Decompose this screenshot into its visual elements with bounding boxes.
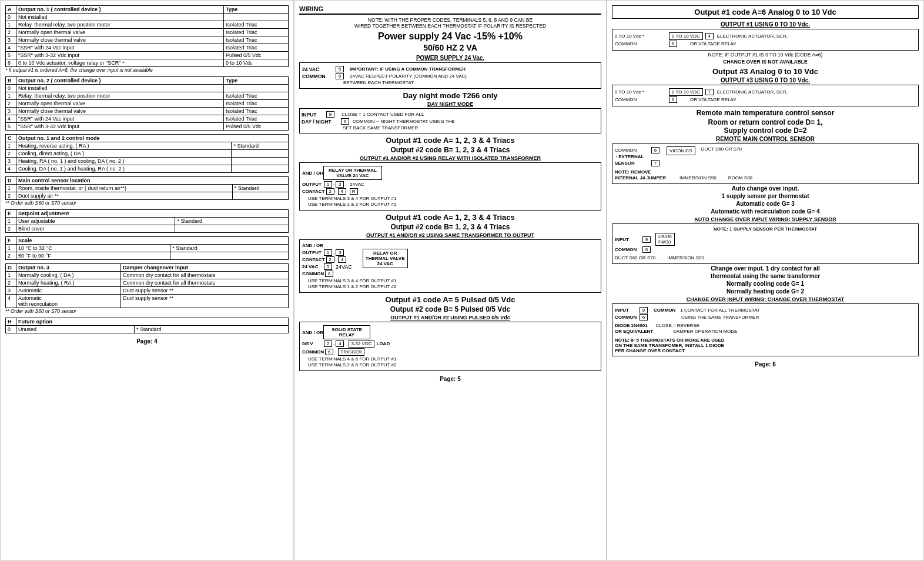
- page-6: Output #1 code A=6 Analog 0 to 10 Vdc OU…: [607, 0, 924, 561]
- terminal-5: 5: [336, 66, 344, 72]
- and-or-2: AND / OR: [302, 243, 323, 248]
- or-voltage: OR VOLTAGE RELAY: [690, 41, 736, 46]
- change-input1: Change over input. 1 dry contact for all: [612, 265, 919, 272]
- section-a-note: * If output #1 is ordered A=6, the chang…: [5, 67, 289, 73]
- to10-vdc-label-3: 0 TO 10 VDC: [669, 88, 703, 96]
- use-term46: USE TERMINALS 4 & 6 FOR OUTPUT #1: [302, 356, 598, 362]
- auto-change-title: AUTO CHANGE OVER INPUT WIRING: SUPPLY SE…: [612, 216, 919, 222]
- use-term26: USE TERMINALS 2 & 6 FOR OUTPUT #2: [302, 362, 598, 368]
- term-7-out3: 7: [705, 89, 714, 95]
- use-term12-1: USE TERMINALS 1 & 2 FOR OUTPUT #2: [302, 202, 598, 207]
- remote-title1: Remote main temperature control sensor: [612, 109, 919, 117]
- relay-box-2: RELAY ORTHERMAL VALVE24 VAC: [363, 249, 408, 268]
- term-7-rs: 7: [651, 160, 659, 166]
- vdc-range: 3-32 VDC: [349, 340, 374, 348]
- terminal-6: 6: [336, 73, 344, 79]
- output2-pulsed: Output #2 code B= 5 Pulsed 0/5 Vdc: [299, 305, 601, 313]
- or-voltage-3: OR VOLTAGE RELAY: [690, 97, 736, 102]
- remote-title2: Room or return control code D= 1,: [612, 118, 919, 126]
- viconics-box: VICONICS: [667, 146, 695, 155]
- common-arrow: COMMON→ NIGHT THERMOSTAT USING THE: [353, 119, 455, 124]
- diode-label: DIODE 1N4001: [615, 323, 648, 328]
- to10-range: 0 TO 10 Vdc *: [615, 34, 668, 39]
- relay-box-1: RELAY OR THERMALVALVE 24 VAC: [323, 166, 382, 180]
- output1-analog-diagram: 0 TO 10 Vdc * 0 TO 10 VDC 4 ELECTRONIC A…: [612, 29, 919, 51]
- input-lbl-ss: INPUT: [615, 237, 641, 242]
- term-4: 4: [338, 188, 346, 195]
- change-over-title: CHANGE OVER INPUT WIRING: CHANGE OVER TH…: [612, 296, 919, 302]
- daynight-label: DAY / NIGHT: [302, 119, 340, 125]
- important-text2: 24VAC RESPECT POLARITY (COMMON AND 24 VA…: [350, 74, 467, 79]
- normally-heating: Normally heating code G= 2: [612, 288, 919, 295]
- use-term34-1: USE TERMINALS 3 & 4 FOR OUTPUT #1: [302, 196, 598, 201]
- section-c: C Output no. 1 and 2 control mode 1Heati…: [5, 134, 289, 173]
- section-g-note: ** Order with S60 or S70 sensor: [5, 308, 289, 314]
- close-reverse: CLOSE = REVERSE: [656, 323, 699, 328]
- output-lbl2: OUTPUT: [302, 250, 323, 255]
- close-label: CLOSE = 1 CONTACT USED FOR ALL: [342, 112, 424, 117]
- wiring-title: WIRING: [299, 5, 601, 15]
- note-5therm3: PER CHANGE OVER CONTACT: [615, 348, 916, 353]
- term-2p: 2: [324, 340, 332, 347]
- term-1: 1: [324, 181, 332, 188]
- common-lbl-rs: COMMON: [615, 148, 650, 153]
- power-supply-title: POWER SUPPLY 24 Vac.: [299, 55, 601, 61]
- trigger-lbl: TRIGGER: [338, 348, 364, 356]
- use-term34-2: USE TERMINALS 3 & 4 FOR OUTPUT #1: [302, 278, 598, 283]
- output12-note: OUTPUT #1 AND/OR #2 USING RELAY WITH ISO…: [299, 155, 601, 161]
- output1-triacs: Output #1 code A= 1, 2, 3 & 4 Triacs: [299, 136, 601, 145]
- term-9-co: 9: [640, 307, 648, 313]
- power-hz: 50/60 HZ 2 VA: [299, 43, 601, 52]
- page-number-5: Page: 5: [299, 376, 601, 382]
- section-a: A Output no. 1 ( controlled device ) Typ…: [5, 5, 289, 73]
- damper-mode: DAMPER OPERATION MODE: [673, 329, 737, 334]
- common-lbl-out3: COMMON: [615, 97, 668, 102]
- output-lbl: OUTPUT: [302, 182, 323, 187]
- relay-diagram-1: AND / OR RELAY OR THERMALVALVE 24 VAC OU…: [299, 162, 601, 211]
- term-3: 3: [336, 181, 344, 188]
- common-lbl-ss: COMMON: [615, 247, 641, 252]
- note-5therm1: NOTE: IF 5 THERMOSTATS OR MORE ARE USED: [615, 338, 916, 343]
- page-number-4: Page: 4: [5, 338, 289, 345]
- note1-supply: NOTE: 1 SUPPLY SENSOR PER THERMOSTAT: [615, 226, 916, 232]
- immersion-s90: IMMERSION S90: [679, 175, 717, 181]
- common-lbl-out1: COMMON: [615, 41, 668, 46]
- output1-code-a: Output #1 code A= 1, 2, 3 & 4 Triacs: [299, 213, 601, 222]
- daynight-mode: DAY NIGHT MODE: [299, 101, 601, 107]
- and-or-3: AND / OR: [302, 330, 323, 335]
- output12-same: OUTPUT #1 AND/OR #2 USING SAME TRANSFORM…: [299, 232, 601, 238]
- section-b: B Output no. 2 ( controlled device ) Typ…: [5, 76, 289, 131]
- input-label: INPUT: [302, 112, 325, 118]
- important-text1: IMPORTANT: IF USING A COMMON TRANSFORMER: [350, 66, 466, 72]
- solid-state-box: SOLID STATERELAY: [323, 325, 370, 339]
- room-s80: ROOM S80: [728, 175, 752, 181]
- term-6-out3: 6: [669, 96, 677, 103]
- duct-s60-s70-lbl: DUCT S60 OR S70: [701, 146, 742, 152]
- change-note: CHANGE OVER IS NOT AVAILABLE: [612, 59, 919, 65]
- output3-sub: OUTPUT #3 USING 0 TO 10 Vdc.: [612, 77, 919, 84]
- auto-change4: Automatic with recirculation code G= 4: [612, 208, 919, 215]
- wiring-note: NOTE: WITH THE PROPER CODES, TERMINALS 5…: [299, 17, 601, 29]
- vac-label: 24 VAC: [302, 66, 334, 72]
- vac-val: 24VAC: [336, 264, 352, 270]
- section-d: D Main control sensor location 1Room, in…: [5, 176, 289, 206]
- remote-title3: Supply control code D=2: [612, 126, 919, 135]
- section-g: G Output no. 3 Damper changeover input 1…: [5, 263, 289, 314]
- using-same: USING THE SAME TRANSFORMER: [681, 315, 759, 320]
- v05-lbl: 0/5 V: [302, 341, 323, 346]
- vac24-lbl2: 24 VAC: [302, 264, 323, 269]
- contact-lbl: CONTACT: [302, 189, 325, 194]
- term-6-ss: 6: [642, 246, 651, 253]
- output3-analog-diagram: 0 TO 10 Vdc * 0 TO 10 VDC 7 ELECTRONIC A…: [612, 85, 919, 106]
- common-term-6: 6: [325, 271, 333, 277]
- term-6-dn: 6: [341, 118, 349, 125]
- output2-triacs: Output #2 code B= 1, 2, 3 & 4 Triacs: [299, 146, 601, 154]
- normally-cooling: Normally cooling code G= 1: [612, 280, 919, 287]
- and-or-1: AND / OR: [302, 171, 323, 176]
- section-h: H Future option 0Unused* Standard: [5, 318, 289, 333]
- sensor-lbl: SENSOR: [615, 161, 650, 166]
- electronic-act-3: ELECTRONIC ACTUATOR, SCR,: [717, 89, 788, 95]
- term-2: 2: [326, 188, 334, 195]
- output1-header: Output #1 code A=6 Analog 0 to 10 Vdc: [612, 5, 919, 19]
- use-term12-2: USE TERMINALS 1 & 2 FOR OUTPUT #2: [302, 284, 598, 289]
